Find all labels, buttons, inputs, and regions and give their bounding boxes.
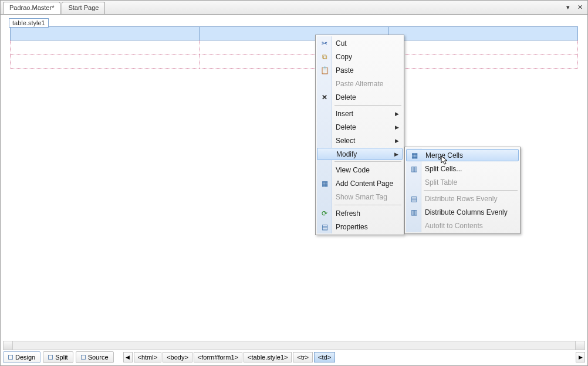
view-split-button[interactable]: Split: [43, 351, 73, 363]
menu-separator: [334, 205, 401, 205]
menu-label: Delete: [336, 93, 356, 101]
breadcrumb-item[interactable]: <td>: [314, 352, 335, 362]
menu-split-cells[interactable]: ▥Split Cells...: [406, 162, 519, 175]
menu-label: Insert: [336, 110, 353, 118]
bottom-bar: Design Split Source ◀ <html> <body> <for…: [3, 341, 585, 363]
split-icon: [48, 355, 53, 360]
chevron-right-icon: ▶: [395, 124, 399, 130]
table-row[interactable]: [10, 40, 578, 55]
breadcrumb-next[interactable]: ▶: [576, 352, 585, 362]
menu-label: Properties: [336, 223, 368, 231]
menu-label: Select: [336, 137, 355, 145]
scroll-right-icon[interactable]: [575, 341, 584, 350]
chevron-right-icon: ▶: [395, 111, 399, 117]
breadcrumb: ◀ <html> <body> <form#form1> <table.styl…: [123, 352, 585, 362]
paste-icon: 📋: [320, 66, 329, 75]
menu-label: Copy: [336, 53, 352, 61]
menu-label: Split Table: [425, 178, 457, 187]
menu-label: Cut: [336, 39, 347, 48]
breadcrumb-item[interactable]: <table.style1>: [244, 352, 292, 362]
view-design-button[interactable]: Design: [3, 351, 40, 363]
table-cell[interactable]: [10, 26, 200, 40]
menu-show-smart-tag: Show Smart Tag: [317, 190, 403, 204]
menu-distribute-rows: ▤Distribute Rows Evenly: [406, 192, 519, 205]
menu-paste-alternate: Paste Alternate: [317, 77, 403, 90]
menu-cut[interactable]: ✂Cut: [317, 36, 403, 50]
menu-merge-cells[interactable]: ▦Merge Cells: [406, 149, 519, 161]
menu-distribute-columns[interactable]: ▥Distribute Columns Evenly: [406, 205, 519, 219]
delete-icon: ✕: [320, 93, 329, 102]
menu-refresh[interactable]: ⟳Refresh: [317, 206, 403, 220]
menu-label: View Code: [336, 166, 370, 174]
menu-autofit-contents: Autofit to Contents: [406, 219, 519, 232]
menu-properties[interactable]: ▤Properties: [317, 220, 403, 233]
menu-label: Show Smart Tag: [336, 193, 387, 201]
source-icon: [81, 355, 86, 360]
view-label: Source: [88, 354, 109, 361]
document-tab-bar: Padrao.Master* Start Page ▾ ✕: [1, 1, 587, 15]
menu-insert[interactable]: Insert▶: [317, 107, 403, 120]
menu-label: Merge Cells: [425, 151, 463, 160]
modify-submenu: ▦Merge Cells ▥Split Cells... Split Table…: [404, 147, 521, 234]
chevron-right-icon: ▶: [394, 151, 398, 157]
tab-padrao-master[interactable]: Padrao.Master*: [3, 2, 60, 14]
dropdown-icon[interactable]: ▾: [564, 3, 572, 11]
menu-view-code[interactable]: View Code: [317, 163, 403, 177]
breadcrumb-item[interactable]: <form#form1>: [194, 352, 242, 362]
menu-separator: [424, 190, 518, 191]
menu-delete-sub[interactable]: Delete▶: [317, 120, 403, 134]
design-icon: [8, 355, 13, 360]
menu-paste[interactable]: 📋Paste: [317, 63, 403, 77]
chevron-right-icon: ▶: [395, 138, 399, 144]
breadcrumb-item[interactable]: <body>: [163, 352, 192, 362]
menu-label: Modify: [336, 150, 357, 158]
menu-label: Autofit to Contents: [425, 222, 483, 230]
view-label: Split: [55, 354, 67, 361]
table-cell[interactable]: [389, 26, 578, 40]
menu-label: Refresh: [336, 209, 360, 218]
merge-cells-icon: ▦: [410, 151, 419, 160]
tab-start-page[interactable]: Start Page: [62, 2, 105, 14]
menu-select[interactable]: Select▶: [317, 134, 403, 147]
menu-label: Split Cells...: [425, 165, 462, 173]
copy-icon: ⧉: [320, 52, 329, 62]
view-source-button[interactable]: Source: [76, 351, 114, 363]
menu-label: Distribute Columns Evenly: [425, 208, 508, 216]
table-cell[interactable]: [389, 40, 578, 55]
menu-label: Paste: [336, 66, 354, 74]
menu-label: Paste Alternate: [336, 80, 383, 88]
element-tag-indicator[interactable]: table.style1: [9, 18, 49, 28]
menu-label: Delete: [336, 123, 356, 131]
menu-modify[interactable]: Modify▶: [317, 148, 403, 160]
distribute-columns-icon: ▥: [409, 208, 418, 217]
context-menu: ✂Cut ⧉Copy 📋Paste Paste Alternate ✕Delet…: [315, 35, 404, 235]
cut-icon: ✂: [320, 39, 329, 48]
table-row[interactable]: [10, 55, 578, 69]
menu-split-table: Split Table: [406, 175, 519, 189]
view-label: Design: [15, 354, 35, 361]
table-cell[interactable]: [10, 40, 200, 55]
design-table: [10, 26, 578, 69]
properties-icon: ▤: [320, 222, 329, 232]
table-cell[interactable]: [10, 55, 200, 69]
menu-separator: [334, 105, 401, 106]
page-icon: ▦: [320, 179, 329, 188]
menu-separator: [334, 161, 401, 162]
table-cell[interactable]: [389, 55, 578, 69]
breadcrumb-item[interactable]: <tr>: [293, 352, 313, 362]
refresh-icon: ⟳: [320, 209, 329, 218]
menu-delete[interactable]: ✕Delete: [317, 90, 403, 104]
close-icon[interactable]: ✕: [576, 3, 584, 11]
scroll-left-icon[interactable]: [4, 341, 13, 350]
breadcrumb-item[interactable]: <html>: [134, 352, 162, 362]
menu-label: Distribute Rows Evenly: [425, 195, 497, 203]
menu-add-content-page[interactable]: ▦Add Content Page: [317, 177, 403, 190]
distribute-rows-icon: ▤: [409, 194, 418, 204]
breadcrumb-prev[interactable]: ◀: [123, 352, 133, 362]
menu-label: Add Content Page: [336, 179, 393, 188]
menu-copy[interactable]: ⧉Copy: [317, 50, 403, 63]
horizontal-scrollbar[interactable]: [3, 341, 585, 350]
split-cells-icon: ▥: [409, 164, 418, 174]
table-row[interactable]: [10, 26, 578, 40]
